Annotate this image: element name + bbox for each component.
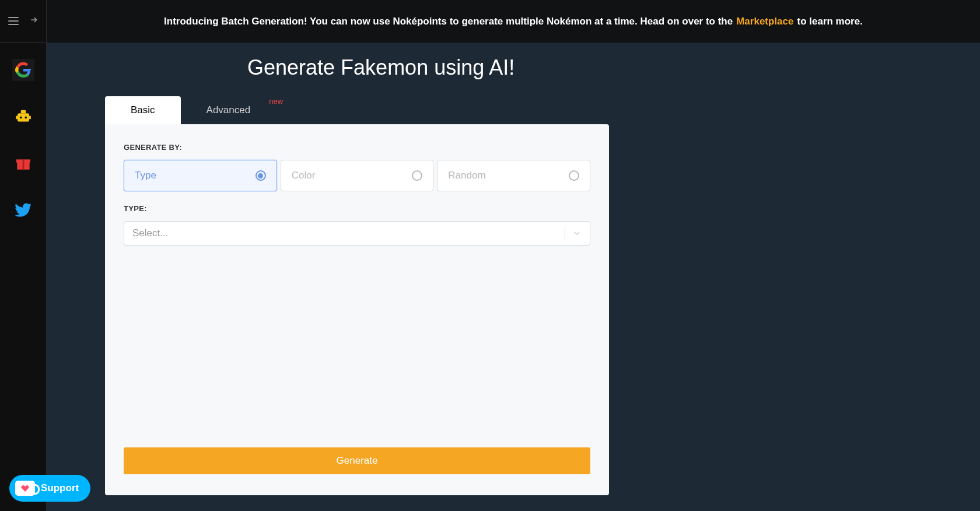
menu-icon[interactable] [8, 17, 19, 25]
support-button[interactable]: Support [9, 475, 90, 502]
option-random[interactable]: Random [437, 160, 590, 191]
svg-rect-8 [22, 159, 24, 169]
robot-icon[interactable] [12, 106, 34, 128]
option-random-label: Random [448, 170, 485, 181]
sidebar [0, 0, 47, 511]
tabs: Basic Advanced new [105, 96, 980, 124]
generate-button[interactable]: Generate [124, 447, 590, 474]
kofi-icon [15, 481, 35, 496]
banner-prefix: Introducing Batch Generation! You can no… [164, 16, 733, 27]
announcement-banner: Introducing Batch Generation! You can no… [47, 0, 980, 43]
tab-advanced[interactable]: Advanced new [181, 96, 276, 124]
content: Generate Fakemon using AI! Basic Advance… [47, 43, 980, 511]
type-select[interactable]: Select... [124, 221, 590, 246]
svg-rect-5 [29, 116, 30, 120]
tab-advanced-label: Advanced [206, 104, 251, 116]
banner-suffix: to learn more. [797, 16, 862, 27]
svg-point-3 [24, 117, 27, 119]
marketplace-link[interactable]: Marketplace [736, 16, 793, 27]
select-placeholder: Select... [132, 228, 168, 239]
forward-icon[interactable] [29, 15, 38, 27]
page-title: Generate Fakemon using AI! [247, 55, 980, 80]
option-type-label: Type [135, 170, 156, 181]
svg-rect-0 [18, 113, 29, 121]
svg-rect-1 [20, 110, 26, 114]
chevron-down-icon [565, 226, 582, 240]
radio-icon [256, 170, 266, 181]
google-icon[interactable] [12, 59, 34, 81]
tab-basic-label: Basic [131, 104, 155, 116]
svg-rect-4 [16, 116, 18, 120]
option-type[interactable]: Type [124, 160, 277, 191]
form-card: GENERATE BY: Type Color Random TYPE: Sel… [105, 124, 609, 495]
option-color[interactable]: Color [281, 160, 434, 191]
main: Introducing Batch Generation! You can no… [47, 0, 980, 511]
radio-icon [412, 170, 422, 181]
sidebar-top [0, 0, 46, 43]
support-label: Support [41, 482, 79, 494]
radio-icon [569, 170, 579, 181]
generate-by-options: Type Color Random [124, 160, 590, 191]
type-label: TYPE: [124, 204, 590, 213]
twitter-icon[interactable] [12, 199, 34, 221]
new-badge: new [269, 97, 283, 106]
svg-point-2 [19, 117, 22, 119]
sidebar-icons [12, 59, 34, 221]
gift-icon[interactable] [12, 152, 34, 174]
option-color-label: Color [292, 170, 316, 181]
tab-basic[interactable]: Basic [105, 96, 181, 124]
generate-by-label: GENERATE BY: [124, 143, 590, 152]
